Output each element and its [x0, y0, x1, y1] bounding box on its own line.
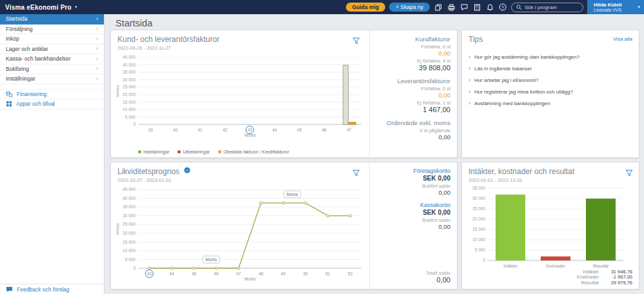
svg-text:45: 45 — [192, 271, 197, 276]
svg-text:46: 46 — [322, 128, 327, 132]
financing-icon — [6, 91, 13, 97]
tips-item[interactable]: ›Hur gör jag avstämning utan bankkopplin… — [462, 51, 639, 63]
tips-item[interactable]: ›Hur registrerar jag mina kvitton och ut… — [462, 86, 639, 97]
chevron-right-icon: › — [468, 89, 470, 95]
tips-item[interactable]: ›Hur arbetar jag i eEkonomi? — [462, 74, 639, 86]
chevron-down-icon: ▾ — [75, 5, 77, 10]
sidebar: Startsida › Försäljning › Inköp › Lager … — [0, 14, 105, 294]
chevron-right-icon: › — [96, 26, 98, 32]
account-link-kassakonto[interactable]: Kassakonto — [376, 202, 450, 208]
svg-text:5 000: 5 000 — [125, 257, 136, 262]
invoices-date-range: 2022-09-26 - 2022-11-27 — [117, 45, 171, 51]
svg-text:30 000: 30 000 — [123, 77, 136, 82]
svg-text:15 000: 15 000 — [472, 227, 485, 231]
sidebar-item-label: Försäljning — [6, 26, 33, 32]
legend-label: Utbetalningar — [183, 150, 210, 154]
liquidity-title-text: Likviditetsprognos — [117, 167, 179, 176]
booked-balance-value: 0,00 — [376, 223, 450, 230]
sidebar-item-label: Startsida — [6, 15, 28, 22]
svg-text:43: 43 — [247, 128, 252, 132]
tips-item-label: Avstämning med bankkopplingen — [474, 101, 550, 106]
feedback-icon — [6, 286, 13, 293]
total-balance: Totalt saldo 0,00 — [426, 269, 450, 284]
legend-item: Obetalda fakturor / Kreditfakturor — [218, 150, 289, 154]
sidebar-item-forsaljning[interactable]: Försäljning › — [0, 24, 104, 35]
svg-text:15 000: 15 000 — [123, 240, 136, 244]
help-icon[interactable]: ? — [498, 3, 507, 12]
tips-card-title: Tips — [468, 35, 483, 44]
filter-icon[interactable] — [352, 35, 360, 47]
liquidity-summary: Företagskonto SEK 0,00 Bokfört saldo 0,0… — [369, 162, 457, 289]
tips-card: Tips Visa alla ›Hur gör jag avstämning u… — [461, 30, 639, 158]
create-new-button[interactable]: + Skapa ny — [389, 3, 430, 12]
tips-item-label: Läs in ingående balanser — [474, 66, 532, 72]
tips-item[interactable]: ›Avstämning med bankkopplingen — [462, 97, 639, 109]
page-title: Startsida — [116, 18, 152, 28]
inbetalningar-dot-icon — [138, 150, 141, 153]
legend-label: Obetalda fakturor / Kreditfakturor — [223, 150, 289, 154]
liquidity-date-range: 2022-10-27 - 2023-01-01 — [117, 177, 171, 183]
obetalda-dot-icon — [218, 150, 221, 153]
sidebar-item-startsida[interactable]: Startsida › — [0, 14, 104, 24]
feedback-link[interactable]: Feedback och förslag — [0, 284, 104, 294]
sidebar-item-label: Kassa- och bankhändelser — [6, 55, 71, 62]
documents-icon[interactable] — [434, 3, 443, 12]
svg-text:47: 47 — [236, 271, 241, 276]
printer-icon[interactable] — [447, 3, 456, 12]
svg-text:35 000: 35 000 — [123, 70, 136, 74]
svg-text:i: i — [186, 168, 188, 173]
svg-text:20 000: 20 000 — [123, 92, 136, 97]
app-switcher[interactable]: Visma eEkonomi Pro ▾ — [5, 4, 77, 11]
svg-text:43: 43 — [147, 271, 152, 276]
total-balance-value: 0,00 — [426, 276, 450, 284]
order-count-label: 0 st pågående — [376, 128, 450, 133]
svg-text:40 000: 40 000 — [123, 196, 136, 201]
svg-text:20 000: 20 000 — [123, 231, 136, 235]
user-menu[interactable]: Hilda Kideli Lindvalls VVS ▾ — [587, 0, 644, 14]
guide-button[interactable]: Guida mig — [346, 3, 386, 12]
sidebar-item-appar-och-tillval[interactable]: Appar och tillval — [0, 99, 104, 110]
sidebar-item-lager-och-artiklar[interactable]: Lager och artiklar › — [0, 44, 104, 55]
sidebar-item-inkop[interactable]: Inköp › — [0, 34, 104, 44]
svg-text:44: 44 — [169, 271, 174, 276]
invoices-legend: Inbetalningar Utbetalningar Obetalda fak… — [138, 150, 289, 154]
svg-text:25 000: 25 000 — [123, 222, 136, 226]
supplier-invoices-title: Leverantörsfakturor — [376, 77, 450, 84]
company-name: Lindvalls VVS — [594, 8, 632, 13]
svg-text:39: 39 — [148, 128, 154, 132]
sidebar-item-installningar[interactable]: Inställningar › — [0, 74, 104, 84]
sidebar-item-finansiering[interactable]: Finansiering — [0, 89, 104, 99]
chevron-right-icon: › — [96, 76, 98, 82]
svg-text:5 000: 5 000 — [125, 115, 136, 119]
svg-text:52: 52 — [348, 271, 353, 276]
supplier-notdue-value: 1 467,00 — [376, 106, 450, 113]
result-card-title: Intäkter, kostnader och resultat — [468, 167, 574, 176]
svg-text:25 000: 25 000 — [472, 206, 485, 211]
sidebar-item-label: Inställningar — [6, 75, 35, 82]
search-input[interactable] — [525, 5, 578, 10]
order-value-title: Ordervärde exkl. moms — [376, 119, 450, 126]
account-link-foretagskonto[interactable]: Företagskonto — [376, 168, 450, 174]
tips-item[interactable]: ›Läs in ingående balanser — [462, 63, 639, 74]
svg-text:10 000: 10 000 — [123, 248, 136, 253]
svg-text:?: ? — [501, 5, 504, 10]
sidebar-item-bokforing[interactable]: Bokföring › — [0, 64, 104, 75]
calculator-icon[interactable] — [472, 3, 481, 12]
liquidity-card: Likviditetsprognos i 2022-10-27 - 2023-0… — [110, 162, 458, 289]
svg-text:40 000: 40 000 — [123, 63, 136, 67]
filter-icon[interactable] — [625, 168, 633, 179]
filter-icon[interactable] — [352, 168, 360, 179]
tips-item-label: Hur registrerar jag mina kvitton och utl… — [474, 89, 573, 95]
show-all-link[interactable]: Visa alla — [613, 36, 632, 42]
sidebar-item-kassa-och-bankhandelser[interactable]: Kassa- och bankhändelser › — [0, 54, 104, 64]
result-card: Intäkter, kostnader och resultat 2022-01… — [461, 162, 639, 289]
visma-eekonomi-app: { "topbar": { "app_title": "Visma eEkono… — [0, 0, 644, 294]
chat-icon[interactable] — [459, 3, 468, 12]
svg-text:30 000: 30 000 — [123, 213, 136, 218]
svg-text:5 000: 5 000 — [475, 248, 486, 252]
svg-text:Intäkter: Intäkter — [503, 264, 518, 268]
info-icon[interactable]: i — [184, 167, 190, 173]
search-box — [511, 3, 583, 12]
bell-icon[interactable] — [485, 3, 494, 12]
apps-icon — [6, 101, 12, 107]
